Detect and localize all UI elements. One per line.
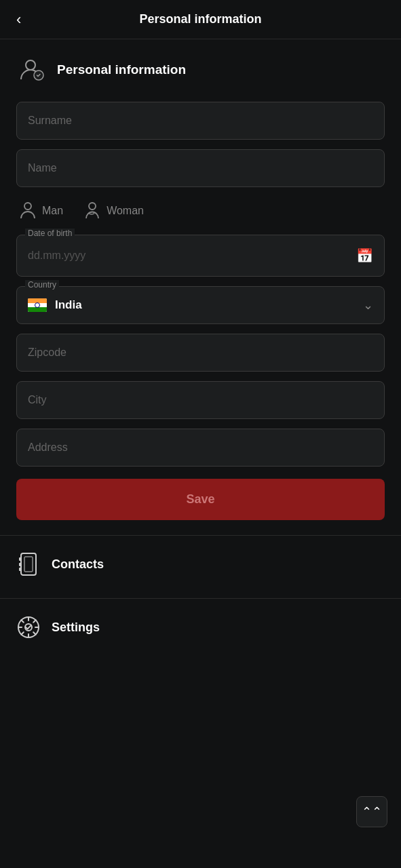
surname-input[interactable] [16, 102, 385, 140]
back-button[interactable]: ‹ [14, 8, 24, 31]
settings-label: Settings [52, 620, 100, 635]
page-title: Personal information [139, 12, 261, 26]
date-of-birth-field: Date of birth 📅 [16, 235, 385, 277]
gender-row: Man Woman [16, 197, 385, 225]
woman-icon [83, 201, 101, 221]
city-input[interactable] [16, 381, 385, 419]
dob-input[interactable] [28, 250, 356, 262]
svg-rect-5 [19, 557, 21, 561]
country-dropdown[interactable]: Country India ⌄ [16, 286, 385, 324]
personal-info-form: Man Woman Date of birth 📅 Country [0, 92, 401, 530]
man-label: Man [42, 205, 63, 217]
calendar-icon[interactable]: 📅 [356, 248, 373, 264]
svg-point-3 [89, 203, 96, 210]
country-name: India [55, 298, 363, 312]
svg-point-0 [26, 60, 35, 70]
man-icon [19, 201, 37, 221]
section-header: Personal information [0, 39, 401, 92]
svg-rect-6 [19, 563, 21, 566]
woman-label: Woman [107, 205, 144, 217]
chevron-up-icon: ⌃⌃ [362, 804, 382, 819]
dob-label: Date of birth [25, 229, 75, 238]
settings-section[interactable]: Settings [0, 598, 401, 656]
address-input[interactable] [16, 429, 385, 467]
country-label: Country [25, 280, 59, 290]
india-flag [28, 298, 47, 312]
gender-woman-option[interactable]: Woman [83, 201, 144, 221]
save-button[interactable]: Save [16, 479, 385, 520]
scroll-top-button[interactable]: ⌃⌃ [356, 796, 387, 827]
svg-rect-8 [24, 557, 33, 572]
personal-info-icon [16, 54, 47, 85]
svg-point-2 [24, 203, 31, 210]
svg-rect-7 [19, 568, 21, 571]
top-navigation-bar: ‹ Personal information [0, 0, 401, 39]
settings-icon [16, 615, 41, 639]
gender-man-option[interactable]: Man [19, 201, 63, 221]
name-input[interactable] [16, 149, 385, 187]
chevron-down-icon: ⌄ [363, 298, 373, 313]
contacts-icon [16, 552, 41, 576]
section-title: Personal information [57, 62, 186, 77]
zipcode-input[interactable] [16, 334, 385, 372]
contacts-label: Contacts [52, 557, 104, 572]
contacts-section[interactable]: Contacts [0, 535, 401, 593]
